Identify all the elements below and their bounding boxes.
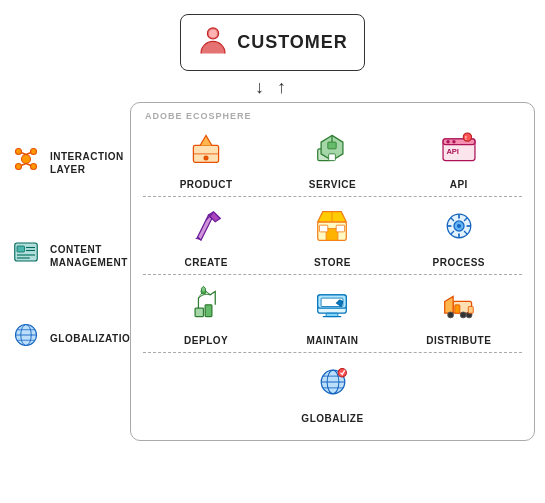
svg-rect-64	[455, 305, 460, 313]
svg-marker-63	[445, 296, 453, 313]
adobe-ecosphere-box: ADOBE ECOSPHERE PRODUCT	[130, 102, 535, 441]
service-icon	[311, 127, 353, 175]
svg-rect-68	[468, 307, 473, 314]
svg-rect-40	[320, 225, 328, 232]
svg-point-24	[204, 156, 209, 161]
svg-point-9	[16, 164, 22, 170]
api-cell: API ! API	[419, 127, 499, 190]
create-icon	[185, 205, 227, 253]
svg-point-2	[22, 155, 31, 164]
svg-point-33	[452, 140, 455, 143]
product-label: PRODUCT	[180, 179, 233, 190]
create-cell: CREATE	[166, 205, 246, 268]
svg-point-66	[460, 312, 466, 318]
svg-rect-55	[205, 305, 212, 317]
customer-label: CUSTOMER	[237, 32, 348, 53]
product-cell: PRODUCT	[166, 127, 246, 190]
svg-rect-54	[195, 308, 203, 316]
svg-rect-41	[337, 225, 345, 232]
store-label: STORE	[314, 257, 351, 268]
customer-box: CUSTOMER	[180, 14, 365, 71]
deploy-label: DEPLOY	[184, 335, 228, 346]
process-icon	[438, 205, 480, 253]
diagram-container: CUSTOMER ↓ ↑	[0, 0, 545, 503]
service-cell: SERVICE	[292, 127, 372, 190]
row-content: CREATE STORE	[143, 205, 522, 268]
store-cell: STORE	[292, 205, 372, 268]
process-label: PROCESS	[433, 257, 485, 268]
maintain-label: MAINTAIN	[306, 335, 358, 346]
globalize-label: GLOBALIZE	[301, 413, 363, 424]
product-icon	[185, 127, 227, 175]
left-labels: INTERACTIONLAYER CONTENTMANAGEMENT	[10, 102, 130, 357]
api-label: API	[450, 179, 468, 190]
distribute-label: DISTRIBUTE	[426, 335, 491, 346]
svg-point-45	[457, 224, 461, 228]
svg-point-10	[31, 164, 37, 170]
main-row: INTERACTIONLAYER CONTENTMANAGEMENT	[0, 102, 545, 441]
svg-rect-27	[328, 142, 336, 149]
interaction-icon	[10, 144, 42, 181]
svg-rect-12	[17, 246, 25, 252]
svg-point-8	[31, 149, 37, 155]
deploy-icon	[185, 283, 227, 331]
svg-point-74	[338, 369, 346, 377]
row-globalize: GLOBALIZE	[143, 361, 522, 424]
content-icon	[10, 237, 42, 274]
deploy-cell: DEPLOY	[166, 283, 246, 346]
content-label: CONTENTMANAGEMENT	[50, 243, 128, 269]
global-label: GLOBALIZATION	[50, 332, 138, 345]
distribute-icon	[438, 283, 480, 331]
process-cell: PROCESS	[419, 205, 499, 268]
interaction-label: INTERACTIONLAYER	[50, 150, 124, 176]
distribute-cell: DISTRIBUTE	[419, 283, 499, 346]
svg-point-1	[209, 29, 217, 37]
divider-3	[143, 352, 522, 353]
row-interaction: PRODUCT SERVICE	[143, 127, 522, 190]
left-label-interaction: INTERACTIONLAYER	[10, 144, 122, 181]
arrows: ↓ ↑	[255, 77, 290, 98]
divider-1	[143, 196, 522, 197]
svg-text:API: API	[446, 147, 459, 156]
svg-point-65	[447, 312, 453, 318]
maintain-icon	[311, 283, 353, 331]
row-deploy: DEPLOY MAINTAIN	[143, 283, 522, 346]
api-icon: API !	[438, 127, 480, 175]
svg-rect-29	[329, 154, 336, 161]
create-label: CREATE	[184, 257, 227, 268]
svg-point-32	[446, 140, 449, 143]
divider-2	[143, 274, 522, 275]
globalize-icon	[312, 361, 354, 409]
svg-point-7	[16, 149, 22, 155]
service-label: SERVICE	[309, 179, 356, 190]
customer-icon	[197, 23, 229, 62]
adobe-label: ADOBE ECOSPHERE	[145, 111, 522, 121]
svg-text:!: !	[465, 135, 467, 141]
store-icon	[311, 205, 353, 253]
globe-icon	[10, 320, 42, 357]
globalize-cell: GLOBALIZE	[293, 361, 373, 424]
left-label-global: GLOBALIZATION	[10, 320, 122, 357]
maintain-cell: MAINTAIN	[292, 283, 372, 346]
left-label-content: CONTENTMANAGEMENT	[10, 237, 122, 274]
